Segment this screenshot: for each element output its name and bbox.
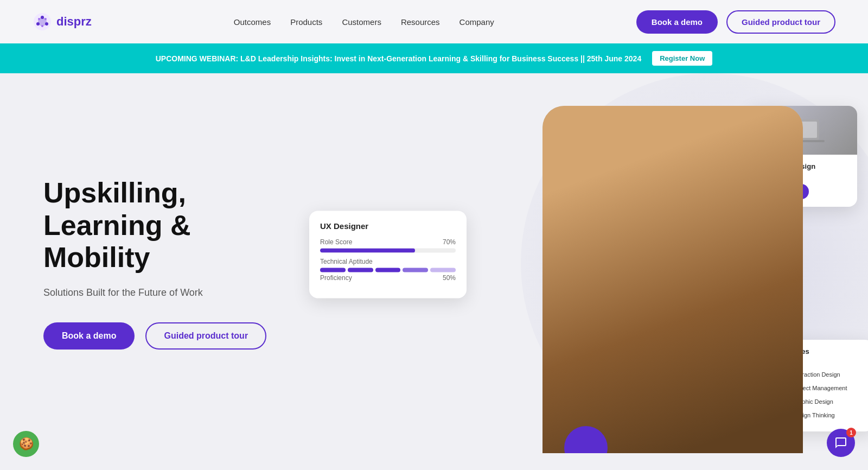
hero-left: Upskilling, Learning & Mobility Solution… <box>0 144 304 382</box>
cookie-preferences-button[interactable]: 🍪 <box>13 431 39 453</box>
hero-actions: Book a demo Guided product tour <box>43 322 304 350</box>
register-now-button[interactable]: Register Now <box>652 51 712 66</box>
role-score-row: Role Score 70% <box>320 238 456 252</box>
svg-point-2 <box>41 16 44 19</box>
chat-button[interactable]: 1 <box>827 429 855 453</box>
nav-products[interactable]: Products <box>290 17 322 27</box>
seg-3 <box>375 268 401 272</box>
svg-point-6 <box>44 18 47 20</box>
hero-visual: UX Designer Role Score 70% Technical Apt… <box>304 73 868 453</box>
proficiency-label: Proficiency <box>320 274 352 282</box>
guided-tour-hero-button[interactable]: Guided product tour <box>145 322 266 350</box>
banner-text: UPCOMING WEBINAR: L&D Leadership Insight… <box>156 54 641 63</box>
svg-point-4 <box>36 22 40 26</box>
svg-point-5 <box>41 25 43 27</box>
seg-5 <box>430 268 456 272</box>
chat-icon <box>834 436 847 449</box>
book-demo-nav-button[interactable]: Book a demo <box>636 10 718 34</box>
svg-point-7 <box>38 18 40 20</box>
hero-subtitle: Solutions Built for the Future of Work <box>43 287 304 298</box>
tech-bar-segments <box>320 268 456 272</box>
logo-text: disprz <box>56 15 92 29</box>
tech-aptitude-row: Technical Aptitude Proficiency 50% <box>320 258 456 282</box>
guided-tour-nav-button[interactable]: Guided product tour <box>726 10 835 34</box>
chat-badge: 1 <box>846 428 856 437</box>
ux-designer-card: UX Designer Role Score 70% Technical Apt… <box>309 211 467 298</box>
hero-title: Upskilling, Learning & Mobility <box>43 177 304 274</box>
role-score-label: Role Score <box>320 238 352 246</box>
seg-2 <box>348 268 373 272</box>
seg-1 <box>320 268 346 272</box>
role-score-bar <box>320 248 456 252</box>
nav-resources[interactable]: Resources <box>401 17 440 27</box>
person-silhouette <box>542 106 803 453</box>
cookie-icon: 🍪 <box>19 437 34 451</box>
logo[interactable]: disprz <box>33 12 92 31</box>
hero-person-image <box>542 106 803 453</box>
webinar-banner: UPCOMING WEBINAR: L&D Leadership Insight… <box>0 43 868 73</box>
proficiency-pct: 50% <box>443 274 456 282</box>
nav-links: Outcomes Products Customers Resources Co… <box>234 17 494 27</box>
ux-card-title: UX Designer <box>320 221 456 231</box>
logo-icon <box>33 12 52 31</box>
nav-actions: Book a demo Guided product tour <box>636 10 835 34</box>
role-score-pct: 70% <box>443 238 456 246</box>
book-demo-hero-button[interactable]: Book a demo <box>43 322 135 350</box>
nav-company[interactable]: Company <box>459 17 494 27</box>
nav-outcomes[interactable]: Outcomes <box>234 17 271 27</box>
seg-4 <box>403 268 428 272</box>
role-score-fill <box>320 248 415 252</box>
hero-section: Upskilling, Learning & Mobility Solution… <box>0 73 868 453</box>
nav-customers[interactable]: Customers <box>342 17 381 27</box>
navbar: disprz Outcomes Products Customers Resou… <box>0 0 868 43</box>
tech-aptitude-label: Technical Aptitude <box>320 258 373 265</box>
svg-point-3 <box>45 22 48 26</box>
